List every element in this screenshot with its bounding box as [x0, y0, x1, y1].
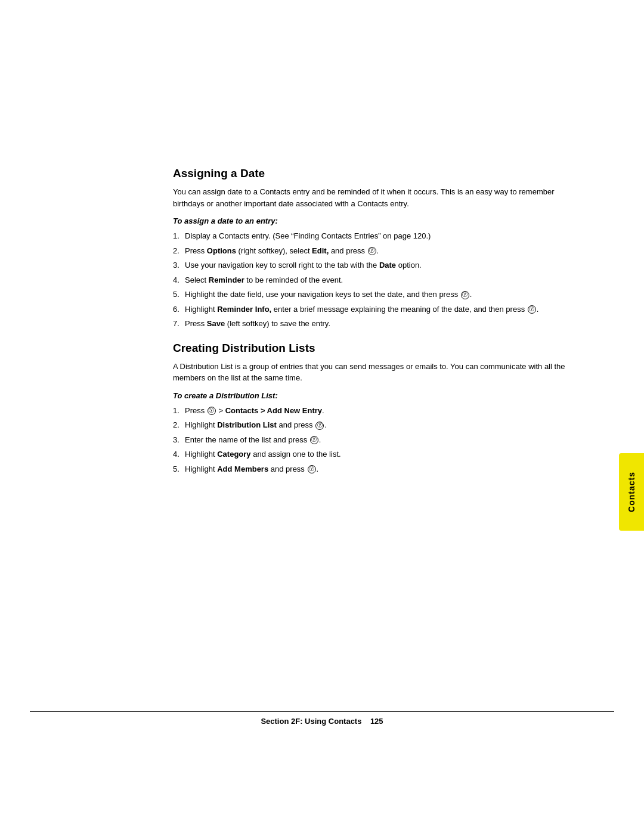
step-5b: 5. Highlight Add Members and press ⓨ.	[173, 463, 566, 475]
ok-icon-3b: ⓨ	[310, 436, 318, 444]
assigning-date-section: Assigning a Date You can assign date to …	[173, 167, 566, 330]
distribution-lists-intro: A Distribution List is a group of entrie…	[173, 361, 566, 384]
page: Assigning a Date You can assign date to …	[0, 0, 644, 833]
step-num-1a: 1.	[173, 230, 179, 242]
step-5a: 5. Highlight the date field, use your na…	[173, 289, 566, 301]
step-num-3a: 3.	[173, 259, 179, 271]
add-members-bold: Add Members	[217, 465, 268, 473]
step-4a: 4. Select Reminder to be reminded of the…	[173, 274, 566, 286]
footer-page-number: 125	[370, 717, 383, 726]
step-2b: 2. Highlight Distribution List and press…	[173, 419, 566, 431]
distribution-lists-steps: 1. Press ⓨ > Contacts > Add New Entry. 2…	[173, 405, 566, 475]
contacts-add-bold: Contacts > Add New Entry	[225, 406, 322, 415]
step-4b: 4. Highlight Category and assign one to …	[173, 448, 566, 460]
assigning-date-intro: You can assign date to a Contacts entry …	[173, 186, 566, 209]
ok-icon-5a: ⓨ	[461, 291, 469, 299]
category-bold: Category	[217, 450, 250, 459]
step-num-2a: 2.	[173, 245, 179, 257]
step-num-3b: 3.	[173, 434, 179, 446]
step-num-5b: 5.	[173, 463, 179, 475]
step-2a: 2. Press Options (right softkey), select…	[173, 245, 566, 257]
step-num-5a: 5.	[173, 289, 179, 301]
distribution-lists-heading: Creating Distribution Lists	[173, 342, 566, 355]
ok-icon-2b: ⓨ	[315, 422, 324, 430]
reminder-info-bold: Reminder Info,	[217, 305, 271, 314]
content-area: Assigning a Date You can assign date to …	[173, 167, 566, 487]
step-1b: 1. Press ⓨ > Contacts > Add New Entry.	[173, 405, 566, 417]
step-num-2b: 2.	[173, 419, 179, 431]
step-1a: 1. Display a Contacts entry. (See “Findi…	[173, 230, 566, 242]
reminder-bold: Reminder	[209, 275, 244, 284]
step-num-4a: 4.	[173, 274, 179, 286]
options-bold: Options	[207, 246, 236, 255]
footer-section: Section 2F: Using Contacts	[261, 717, 361, 726]
contacts-side-tab: Contacts	[619, 453, 644, 531]
step-num-4b: 4.	[173, 448, 179, 460]
step-7a: 7. Press Save (left softkey) to save the…	[173, 318, 566, 330]
step-3b: 3. Enter the name of the list and press …	[173, 434, 566, 446]
save-bold: Save	[207, 319, 225, 328]
ok-icon-6a: ⓨ	[528, 305, 536, 314]
page-footer: Section 2F: Using Contacts 125	[30, 711, 614, 726]
distribution-list-bold: Distribution List	[217, 420, 277, 429]
ok-icon-5b: ⓨ	[308, 465, 316, 473]
assigning-date-heading: Assigning a Date	[173, 167, 566, 180]
step-num-6a: 6.	[173, 304, 179, 315]
step-num-1b: 1.	[173, 405, 179, 417]
date-bold: Date	[379, 261, 396, 270]
ok-icon-2a: ⓨ	[368, 247, 376, 255]
distribution-lists-procedure-label: To create a Distribution List:	[173, 391, 566, 400]
step-3a: 3. Use your navigation key to scroll rig…	[173, 259, 566, 271]
assigning-date-procedure-label: To assign a date to an entry:	[173, 216, 566, 225]
ok-icon-1b: ⓨ	[208, 407, 216, 415]
distribution-lists-section: Creating Distribution Lists A Distributi…	[173, 342, 566, 475]
footer-text: Section 2F: Using Contacts 125	[261, 717, 383, 726]
edit-bold: Edit,	[312, 246, 329, 255]
assigning-date-steps: 1. Display a Contacts entry. (See “Findi…	[173, 230, 566, 330]
step-num-7a: 7.	[173, 318, 179, 330]
step-6a: 6. Highlight Reminder Info, enter a brie…	[173, 304, 566, 315]
side-tab-label: Contacts	[627, 472, 636, 512]
